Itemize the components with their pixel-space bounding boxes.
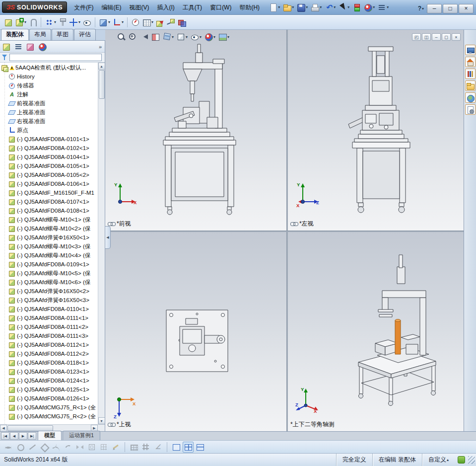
previous-nav-button[interactable]: ◀ — [10, 432, 18, 440]
minimize-button[interactable]: – — [427, 4, 442, 13]
viewport-splitter-horizontal[interactable] — [105, 231, 464, 232]
select-button[interactable]: ▾ — [337, 1, 350, 13]
spline-button[interactable] — [51, 442, 62, 453]
configuration-manager-button[interactable] — [25, 41, 36, 53]
viewport-split-button[interactable]: ◫ — [422, 33, 431, 41]
tree-item[interactable]: (-) QJ5AAfd螺母-M10<5> (保 — [0, 269, 98, 278]
tree-item[interactable]: (-) QJ5AAfdFD08A-0107<1> — [0, 197, 98, 206]
tree-item[interactable]: 传感器 — [0, 81, 98, 90]
scroll-down-icon[interactable]: ▼ — [98, 417, 105, 424]
smart-fasteners-button[interactable] — [57, 16, 68, 29]
last-nav-button[interactable]: ▶| — [28, 432, 36, 440]
offset-entities-button[interactable] — [86, 442, 97, 453]
snap-grid-button[interactable] — [140, 442, 151, 453]
tree-item[interactable]: (-) QJ5AAfdFD08A-0112<2> — [0, 349, 98, 358]
explode-line-sketch-button[interactable] — [165, 16, 176, 29]
menu-item[interactable]: 窗口(W) — [206, 0, 235, 15]
viewport-maximize-button[interactable]: ◻ — [442, 33, 451, 41]
tree-item[interactable]: (-) QJ5AAfd螺母-M10<3> (保 — [0, 242, 98, 251]
tree-item[interactable]: (-) QJ5AAfdFD08A-0118<1> — [0, 358, 98, 367]
menu-item[interactable]: 帮助(H) — [235, 0, 264, 15]
tree-item[interactable]: (-) QJ5AAfdFD08A-0126<1> — [0, 394, 98, 403]
table-button[interactable] — [129, 442, 139, 453]
panel-overflow-button[interactable]: » — [99, 44, 104, 50]
mate-button[interactable] — [27, 16, 38, 29]
filter-input[interactable] — [9, 54, 102, 61]
tree-item[interactable]: (-) QJ5AAfd弹簧Φ16X50<2> — [0, 287, 98, 296]
menu-item[interactable]: 文件(F) — [70, 0, 97, 15]
tree-item[interactable]: A注解 — [0, 90, 98, 99]
featuremanager-design-tree-button[interactable] — [1, 41, 12, 53]
zoom-fit-button[interactable] — [116, 32, 126, 42]
tree-item[interactable]: (-) QJ5AAfd螺母-M10<1> (保 — [0, 215, 98, 224]
scroll-up-icon[interactable]: ▲ — [98, 63, 105, 70]
scrollbar-thumb[interactable] — [7, 425, 53, 431]
tree-item[interactable]: (-) QJ5AAfdFD08A-0105<2> — [0, 170, 98, 179]
viewport-top[interactable]: X Z *上视 — [105, 232, 286, 431]
tree-item[interactable]: (-) QJ5AAfd螺母-M10<2> (保 — [0, 224, 98, 233]
interference-detection-button[interactable] — [176, 16, 187, 29]
polygon-button[interactable] — [39, 442, 50, 453]
print-button[interactable]: ▾ — [309, 1, 323, 13]
design-library-button[interactable] — [465, 57, 476, 67]
tree-item[interactable]: 前视基准面 — [0, 99, 98, 108]
tree-item[interactable]: (-) QJ5AAfdFD08A-0125<1> — [0, 385, 98, 394]
viewport-front[interactable]: ▾▾▾▾▾ — [105, 30, 286, 231]
close-button[interactable]: × — [459, 4, 474, 13]
new-document-button[interactable]: ▾ — [268, 1, 281, 13]
tree-horizontal-scrollbar[interactable]: ◀ ▶ — [0, 424, 105, 431]
viewport-single-button[interactable] — [171, 442, 182, 453]
linear-sketch-pattern-button[interactable] — [98, 442, 109, 453]
tree-item[interactable]: (-) QJ5AAfdFD08A-0108<1> — [0, 206, 98, 215]
model-tab[interactable]: 运动算例1 — [63, 431, 100, 440]
command-tab[interactable]: 评估 — [74, 29, 96, 40]
viewport-previous-button[interactable]: ◰ — [412, 33, 421, 41]
command-tab[interactable]: 草图 — [52, 29, 73, 40]
tree-item[interactable]: (-) QJ5AAfdFD08A-0111<3> — [0, 331, 98, 340]
view-palette-button[interactable] — [465, 80, 476, 91]
tree-item[interactable]: (-) QJ5AAfdFD08A-0101<1> — [0, 135, 98, 144]
tree-item[interactable]: (-) QJ5AAfdFD08A-0102<1> — [0, 144, 98, 153]
options-button[interactable]: ▾ — [376, 1, 390, 13]
previous-view-button[interactable] — [139, 32, 149, 42]
maximize-button[interactable]: □ — [443, 4, 458, 13]
next-nav-button[interactable]: ▶ — [19, 432, 27, 440]
model-tab[interactable]: 模型 — [38, 431, 62, 440]
open-button[interactable]: ▾ — [281, 1, 295, 13]
tree-item[interactable]: (-) QJ5AAfdFD08A-0109<1> — [0, 260, 98, 269]
assembly-features-button[interactable]: ▾ — [98, 16, 111, 29]
viewport-isometric[interactable]: Y X Z *上下二等角轴测 — [288, 232, 464, 431]
tree-item[interactable]: (-) QJ5AAfdF_M16150F_F-M1 — [0, 188, 98, 197]
tree-item[interactable]: (-) QJ5AAfdFD08A-0123<1> — [0, 367, 98, 376]
save-button[interactable]: ▾ — [295, 1, 309, 13]
panel-collapse-button[interactable]: ◀ — [105, 226, 111, 249]
command-tab[interactable]: 布局 — [29, 29, 51, 40]
scene-settings-button[interactable]: ▾ — [217, 32, 230, 42]
scrollbar-thumb[interactable] — [99, 70, 105, 99]
undo-button[interactable]: ↶▾ — [323, 1, 337, 13]
smart-dimension-button[interactable] — [110, 442, 121, 453]
first-nav-button[interactable]: |◀ — [1, 432, 9, 440]
tree-item[interactable]: (-) QJ5AAfd螺母-M10<4> (保 — [0, 251, 98, 260]
rebuild-button[interactable] — [351, 1, 362, 13]
display-style-button[interactable]: ▾ — [176, 32, 188, 42]
move-component-button[interactable]: ▾ — [68, 16, 81, 29]
edit-appearance-button[interactable]: ▾ — [362, 1, 376, 13]
resize-grip[interactable] — [468, 456, 475, 464]
tree-item[interactable]: History — [0, 72, 98, 81]
mirror-entities-button[interactable] — [74, 442, 85, 453]
tree-item[interactable]: (-) QJ5AAfdFD08A-0111<2> — [0, 322, 98, 331]
custom-properties-button[interactable] — [465, 104, 476, 115]
display-manager-button[interactable] — [37, 41, 48, 53]
tree-item[interactable]: (-) QJ5AAfd弹簧Φ16X50<1> — [0, 233, 98, 242]
viewport-minimize-button[interactable]: – — [432, 33, 441, 41]
menu-item[interactable]: 插入(I) — [153, 0, 178, 15]
tree-item[interactable]: 右视基准面 — [0, 117, 98, 126]
tree-item[interactable]: (-) QJ5AAfdCMGJ75_R<1> (全 — [0, 403, 98, 412]
property-manager-button[interactable] — [13, 41, 24, 53]
tree-item[interactable]: (-) QJ5AAfdFD08A-0110<1> — [0, 305, 98, 313]
trim-entities-button[interactable] — [3, 442, 14, 453]
tree-item[interactable]: (-) QJ5AAfdFD08A-0112<1> — [0, 340, 98, 349]
tree-item[interactable]: (-) QJ5AAfdFD08A-0105<1> — [0, 161, 98, 170]
menu-item[interactable]: 视图(V) — [125, 0, 153, 15]
